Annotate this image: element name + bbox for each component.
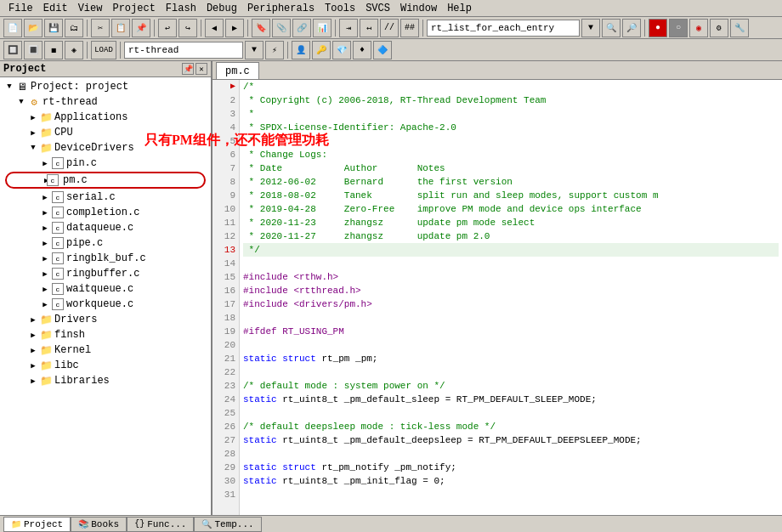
dataqueue-c-toggle[interactable]: ▶ xyxy=(39,224,51,233)
panel-close-button[interactable]: ✕ xyxy=(196,63,207,75)
cut-button[interactable]: ✂ xyxy=(91,19,110,37)
menu-debug[interactable]: Debug xyxy=(201,1,242,16)
back-button[interactable]: ◀ xyxy=(205,19,224,37)
ringblk-buf-c-toggle[interactable]: ▶ xyxy=(39,254,51,263)
save-all-button[interactable]: 🗂 xyxy=(65,19,83,37)
cpu-toggle[interactable]: ▶ xyxy=(27,128,39,138)
undo-button[interactable]: ↩ xyxy=(158,19,177,37)
menu-svcs[interactable]: SVCS xyxy=(360,1,395,16)
format-button[interactable]: // xyxy=(380,19,399,37)
bookmark3-button[interactable]: 🔗 xyxy=(292,19,311,37)
menu-flash[interactable]: Flash xyxy=(161,1,201,16)
new-button[interactable]: 📄 xyxy=(3,19,22,37)
paste-button[interactable]: 📌 xyxy=(132,19,150,37)
bookmark4-button[interactable]: 📊 xyxy=(313,19,332,37)
workqueue-c-toggle[interactable]: ▶ xyxy=(39,300,51,309)
search-btn2[interactable]: 🔎 xyxy=(622,19,641,37)
tb2-btn4[interactable]: ◈ xyxy=(65,41,83,59)
menu-tools[interactable]: Tools xyxy=(320,1,360,16)
config-btn[interactable]: ⚙ xyxy=(710,19,728,37)
tree-workqueue-c[interactable]: ▶ c workqueue.c xyxy=(2,297,209,312)
target-dropdown[interactable]: rt-thread xyxy=(124,42,243,59)
editor-tab-pm-c[interactable]: pm.c xyxy=(216,62,259,79)
outdent-button[interactable]: ↤ xyxy=(360,19,378,37)
menu-file[interactable]: File xyxy=(3,1,38,16)
menu-help[interactable]: Help xyxy=(442,1,477,16)
bookmark-button[interactable]: 🔖 xyxy=(252,19,270,37)
libc-toggle[interactable]: ▶ xyxy=(27,361,39,371)
search-btn1[interactable]: 🔍 xyxy=(602,19,620,37)
tree-completion-c[interactable]: ▶ c completion.c xyxy=(2,205,209,220)
tb2-btn7[interactable]: 💎 xyxy=(332,41,351,59)
serial-c-toggle[interactable]: ▶ xyxy=(39,193,51,202)
tb2-btn2[interactable]: 🔳 xyxy=(24,41,42,59)
status-tab-books[interactable]: 📚 Books xyxy=(71,517,127,532)
code-area[interactable]: /* * Copyright (c) 2006-2018, RT-Thread … xyxy=(240,80,782,515)
tb2-btn3[interactable]: ◼ xyxy=(44,41,63,59)
tree-device-drivers[interactable]: ▼ 📁 DeviceDrivers xyxy=(2,140,209,156)
tree-libraries[interactable]: ▶ 📁 Libraries xyxy=(2,373,209,388)
tb2-btn6[interactable]: 🔑 xyxy=(312,41,331,59)
applications-toggle[interactable]: ▶ xyxy=(27,113,39,122)
run-btn[interactable]: ○ xyxy=(669,19,688,37)
menu-window[interactable]: Window xyxy=(395,1,442,16)
tree-cpu[interactable]: ▶ 📁 CPU xyxy=(2,125,209,140)
menu-edit[interactable]: Edit xyxy=(38,1,73,16)
tree-libc[interactable]: ▶ 📁 libc xyxy=(2,358,209,373)
open-button[interactable]: 📂 xyxy=(24,19,42,37)
tree-root[interactable]: ▼ 🖥 Project: project xyxy=(2,79,209,94)
save-button[interactable]: 💾 xyxy=(44,19,63,37)
waitqueue-c-toggle[interactable]: ▶ xyxy=(39,285,51,294)
root-toggle[interactable]: ▼ xyxy=(3,82,15,91)
tree-ringblk-buf-c[interactable]: ▶ c ringblk_buf.c xyxy=(2,251,209,266)
kernel-toggle[interactable]: ▶ xyxy=(27,346,39,355)
menu-peripherals[interactable]: Peripherals xyxy=(242,1,320,16)
tree-ringbuffer-c[interactable]: ▶ c ringbuffer.c xyxy=(2,266,209,281)
status-tab-project[interactable]: 📁 Project xyxy=(3,517,71,532)
redo-button[interactable]: ↪ xyxy=(178,19,197,37)
bookmark2-button[interactable]: 📎 xyxy=(272,19,291,37)
device-drivers-toggle[interactable]: ▼ xyxy=(27,144,39,152)
menu-view[interactable]: View xyxy=(73,1,108,16)
tb2-btn1[interactable]: 🔲 xyxy=(3,41,22,59)
tree-drivers[interactable]: ▶ 📁 Drivers xyxy=(2,312,209,327)
copy-button[interactable]: 📋 xyxy=(111,19,130,37)
panel-pin-button[interactable]: 📌 xyxy=(182,63,194,75)
menu-project[interactable]: Project xyxy=(107,1,160,16)
rt-thread-toggle[interactable]: ▼ xyxy=(15,98,27,106)
tb2-btn9[interactable]: 🔷 xyxy=(373,41,392,59)
tree-kernel[interactable]: ▶ 📁 Kernel xyxy=(2,342,209,358)
load-btn[interactable]: LOAD xyxy=(91,41,116,59)
status-tab-func[interactable]: {} Func... xyxy=(127,517,194,532)
tree-pm-c[interactable]: ▶ c pm.c xyxy=(5,172,206,189)
tb2-btn5[interactable]: ⚡ xyxy=(265,41,284,59)
extra-btn[interactable]: 🔧 xyxy=(730,19,749,37)
dropdown-arrow[interactable]: ▼ xyxy=(581,19,600,37)
target-arrow[interactable]: ▼ xyxy=(245,41,264,59)
run-btn2[interactable]: ◉ xyxy=(689,19,708,37)
drivers-toggle[interactable]: ▶ xyxy=(27,315,39,325)
tb2-person[interactable]: 👤 xyxy=(292,41,310,59)
tree-dataqueue-c[interactable]: ▶ c dataqueue.c xyxy=(2,220,209,235)
tree-finsh[interactable]: ▶ 📁 finsh xyxy=(2,327,209,342)
tb2-btn8[interactable]: ♦ xyxy=(353,41,371,59)
tree-rt-thread[interactable]: ▼ ⚙ rt-thread xyxy=(2,94,209,110)
format2-button[interactable]: ## xyxy=(400,19,419,37)
tree-pipe-c[interactable]: ▶ c pipe.c xyxy=(2,235,209,251)
forward-button[interactable]: ▶ xyxy=(225,19,244,37)
pipe-c-toggle[interactable]: ▶ xyxy=(39,239,51,248)
completion-c-toggle[interactable]: ▶ xyxy=(39,208,51,218)
libraries-toggle[interactable]: ▶ xyxy=(27,376,39,386)
function-dropdown[interactable]: rt_list_for_each_entry xyxy=(427,20,580,37)
tree-waitqueue-c[interactable]: ▶ c waitqueue.c xyxy=(2,281,209,297)
indent-button[interactable]: ⇥ xyxy=(339,19,358,37)
status-tab-temp[interactable]: 🔍 Temp... xyxy=(194,517,261,532)
finsh-toggle[interactable]: ▶ xyxy=(27,331,39,340)
pin-c-toggle[interactable]: ▶ xyxy=(39,159,51,168)
tree-applications[interactable]: ▶ 📁 Applications xyxy=(2,110,209,125)
build-btn[interactable]: ● xyxy=(649,19,667,37)
pm-c-toggle[interactable]: ▶ xyxy=(7,176,44,185)
tree-pin-c[interactable]: ▶ c pin.c xyxy=(2,156,209,171)
tree-serial-c[interactable]: ▶ c serial.c xyxy=(2,190,209,205)
ringbuffer-c-toggle[interactable]: ▶ xyxy=(39,269,51,279)
